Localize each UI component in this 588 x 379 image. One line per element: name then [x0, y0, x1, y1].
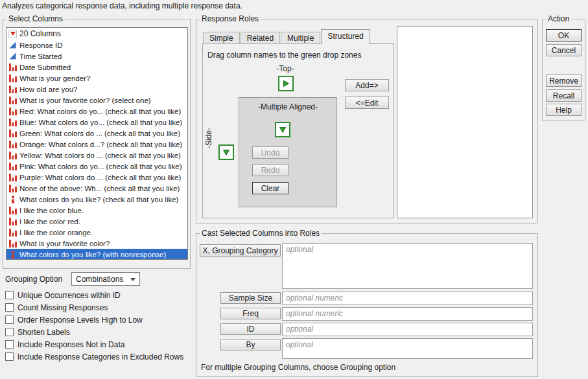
freq-button[interactable]: Freq: [220, 308, 281, 319]
recall-button[interactable]: Recall: [546, 89, 582, 102]
red-triangle-menu-icon[interactable]: [8, 30, 17, 38]
column-item[interactable]: Orange: What colors d...? (check all tha…: [6, 139, 187, 150]
multiple-response-icon: [9, 196, 17, 203]
checkbox-label: Include Response Categories in Excluded …: [18, 352, 183, 362]
side-drop-zone[interactable]: [218, 144, 234, 160]
green-arrow-down-icon: [279, 126, 287, 133]
nominal-icon: [9, 207, 17, 214]
column-item-label: None of the above: Wh... (check all that…: [19, 185, 180, 192]
columns-count-header[interactable]: 20 Columns: [6, 28, 187, 40]
checkbox[interactable]: [5, 340, 14, 349]
column-item[interactable]: Pink: What colors do yo... (check all th…: [6, 161, 187, 172]
column-item[interactable]: What is your favorite color? (select one…: [6, 95, 187, 106]
grouping-checkbox-row[interactable]: Count Missing Responses: [5, 301, 183, 314]
column-item-label: What colors do you like? (with nonrespon…: [19, 251, 166, 258]
checkbox-label: Shorten Labels: [18, 328, 70, 337]
green-arrow-right-icon: [282, 80, 290, 87]
add-button[interactable]: Add=>: [345, 79, 389, 91]
column-item[interactable]: I like the color red.: [6, 216, 187, 227]
column-item[interactable]: None of the above: Wh... (check all that…: [6, 183, 187, 194]
dialog-description: Analyzes categorical response data, incl…: [2, 1, 242, 10]
categorical-launch-dialog: Analyzes categorical response data, incl…: [0, 0, 588, 379]
column-item[interactable]: Date Submitted: [6, 62, 187, 73]
grouping-checkbox-row[interactable]: Unique Occurrences within ID: [5, 289, 183, 301]
column-item-label: How old are you?: [19, 86, 78, 93]
nominal-icon: [9, 63, 17, 71]
top-zone-label: -Top-: [266, 64, 305, 73]
grouping-checkbox-row[interactable]: Shorten Labels: [5, 326, 183, 338]
checkbox-label: Order Response Levels High to Low: [18, 316, 143, 325]
tab-simple[interactable]: Simple: [203, 32, 240, 44]
column-item-label: What colors do you like? (check all that…: [19, 196, 178, 203]
column-item-label: Date Submitted: [19, 63, 71, 71]
grouping-option-label: Grouping Option: [5, 275, 62, 284]
column-item[interactable]: What is your gender?: [6, 73, 187, 84]
column-item[interactable]: Yellow: What colors do ... (check all th…: [6, 150, 187, 161]
top-drop-zone[interactable]: [278, 76, 294, 91]
by-button[interactable]: By: [220, 339, 281, 350]
nominal-icon: [9, 86, 17, 93]
columns-count-label: 20 Columns: [19, 29, 61, 38]
id-button[interactable]: ID: [220, 323, 281, 335]
x-grouping-category-button[interactable]: X, Grouping Category: [200, 244, 281, 257]
checkbox[interactable]: [5, 316, 14, 324]
multiple-response-icon: [9, 251, 17, 258]
select-columns-title: Select Columns: [6, 14, 65, 23]
help-button[interactable]: Help: [546, 104, 582, 116]
column-item[interactable]: What colors do you like? (check all that…: [6, 194, 187, 205]
nominal-icon: [9, 141, 17, 148]
continuous-icon: [9, 52, 17, 60]
freq-field[interactable]: optional numeric: [282, 307, 533, 321]
side-zone-label: -Side-: [204, 128, 213, 148]
grouping-option-value: Combinations: [76, 275, 123, 284]
column-item[interactable]: Red: What colors do yo... (check all tha…: [6, 106, 187, 117]
grouping-checkbox-list: Unique Occurrences within IDCount Missin…: [5, 289, 183, 363]
column-item-label: Red: What colors do yo... (check all tha…: [19, 108, 181, 115]
column-item-label: Pink: What colors do yo... (check all th…: [19, 163, 182, 170]
column-item-label: Yellow: What colors do ... (check all th…: [19, 152, 181, 159]
checkbox[interactable]: [5, 352, 14, 361]
checkbox[interactable]: [5, 291, 14, 299]
column-item[interactable]: How old are you?: [6, 84, 187, 95]
response-structure-list[interactable]: [397, 26, 533, 218]
by-field[interactable]: optional: [282, 338, 533, 359]
remove-button[interactable]: Remove: [546, 75, 582, 87]
tab-related[interactable]: Related: [241, 32, 280, 44]
checkbox-label: Include Responses Not in Data: [18, 340, 124, 349]
tab-multiple[interactable]: Multiple: [281, 32, 320, 44]
column-item[interactable]: What is your favorite color?: [6, 238, 187, 249]
column-item[interactable]: Blue: What colors do yo... (check all th…: [6, 117, 187, 128]
grouping-option-dropdown[interactable]: Combinations: [71, 272, 140, 286]
checkbox-label: Count Missing Responses: [18, 303, 108, 312]
edit-button[interactable]: <=Edit: [345, 97, 389, 109]
column-item[interactable]: I like the color blue.: [6, 205, 187, 216]
checkbox[interactable]: [5, 303, 14, 312]
column-item-label: Time Started: [19, 52, 62, 60]
column-item[interactable]: I like the color orange.: [6, 227, 187, 238]
clear-button[interactable]: Clear: [252, 182, 288, 194]
column-item[interactable]: Purple: What colors do ... (check all th…: [6, 172, 187, 183]
id-field[interactable]: optional: [282, 323, 533, 336]
ok-button[interactable]: OK: [546, 29, 582, 41]
sample-size-field[interactable]: optional numeric: [282, 292, 533, 305]
checkbox[interactable]: [5, 328, 14, 336]
nominal-icon: [9, 240, 17, 247]
grouping-checkbox-row[interactable]: Include Responses Not in Data: [5, 338, 183, 350]
undo-button[interactable]: Undo: [252, 146, 288, 159]
multiple-aligned-drop-zone[interactable]: [275, 122, 290, 137]
sample-size-placeholder: optional numeric: [286, 293, 343, 303]
column-item-label: What is your favorite color? (select one…: [19, 97, 151, 104]
tab-structured[interactable]: Structured: [321, 29, 370, 44]
redo-button[interactable]: Redo: [252, 164, 288, 176]
cancel-button[interactable]: Cancel: [546, 44, 582, 56]
column-item[interactable]: Time Started: [6, 51, 187, 62]
x-grouping-field[interactable]: optional: [282, 243, 533, 289]
column-item[interactable]: Green: What colors do ... (check all tha…: [6, 128, 187, 139]
column-item[interactable]: Response ID: [6, 40, 187, 51]
grouping-checkbox-row[interactable]: Include Response Categories in Excluded …: [5, 350, 183, 363]
sample-size-button[interactable]: Sample Size: [220, 292, 281, 304]
column-list[interactable]: 20 Columns Response IDTime StartedDate S…: [6, 27, 188, 260]
freq-placeholder: optional numeric: [286, 309, 343, 318]
column-item[interactable]: What colors do you like? (with nonrespon…: [6, 249, 187, 260]
grouping-checkbox-row[interactable]: Order Response Levels High to Low: [5, 314, 183, 326]
